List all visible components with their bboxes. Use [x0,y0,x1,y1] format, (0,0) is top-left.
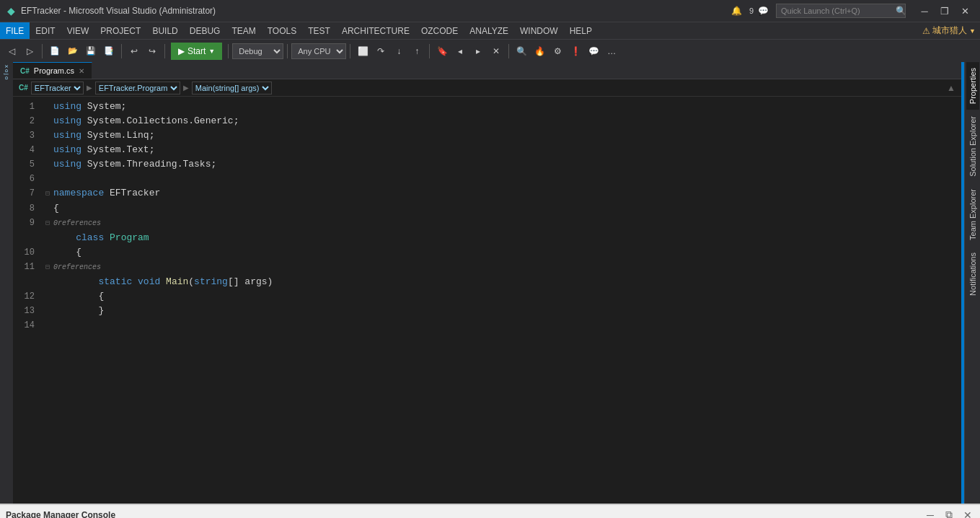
start-debug-button[interactable]: ▶ Start ▼ [171,43,222,60]
tab-close-button[interactable]: ✕ [79,67,84,75]
code-line-6: 6 [13,172,961,186]
tool5-button[interactable]: 💬 [585,43,602,60]
forward-button[interactable]: ▷ [21,43,38,60]
menu-file[interactable]: FILE [0,22,30,39]
toolbar-sep-5 [287,44,288,58]
breadcrumb-class-select[interactable]: EFTracker.Program [95,82,180,95]
toolbar-edit-group: ↩ ↪ [125,43,161,60]
scroll-up-button[interactable]: ▲ [947,83,955,93]
pm-close-button[interactable]: ✕ [961,509,974,519]
platform-select[interactable]: Any CPU x86 x64 [291,43,346,59]
program-cs-tab[interactable]: C# Program.cs ✕ [13,62,92,79]
menu-test[interactable]: TEST [302,22,336,39]
restore-button[interactable]: ❐ [937,3,953,19]
breakpoint-button[interactable]: ⬜ [354,43,371,60]
menu-project[interactable]: PROJECT [94,22,146,39]
menu-tools[interactable]: TOOLS [262,22,302,39]
menu-ozcode[interactable]: OZCODE [415,22,464,39]
left-gutter: x o j o [0,62,13,504]
sidebar-tab-notifications[interactable]: Notifications [966,247,979,302]
menu-edit[interactable]: EDIT [30,22,61,39]
main-layout: x o j o C# Program.cs ✕ C# EFTracker ▶ E… [0,62,980,504]
clear-bookmark-button[interactable]: ✕ [487,43,505,60]
redo-button[interactable]: ↪ [144,43,161,60]
toolbar: ◁ ▷ 📄 📂 💾 📑 ↩ ↪ ▶ Start ▼ Debug Release … [0,39,980,62]
minimize-button[interactable]: ─ [917,3,932,19]
close-button[interactable]: ✕ [957,3,973,19]
save-button[interactable]: 💾 [82,43,100,60]
warning-badge[interactable]: ⚠ 城市猎人 ▼ [918,25,980,37]
notification-icon[interactable]: 🔔 [731,6,742,16]
chat-icon[interactable]: 💬 [758,6,769,16]
menu-team[interactable]: TEAM [226,22,261,39]
toolbar-sep-8 [508,44,509,58]
breadcrumb-cs-icon: C# [19,84,28,92]
quick-launch-input[interactable]: Quick Launch (Ctrl+Q) [776,4,906,18]
tool4-button[interactable]: ❗ [567,43,584,60]
toolbox4-icon[interactable]: o [4,76,10,79]
toolbar-debug-group: ⬜ ↷ ↓ ↑ [354,43,425,60]
step-over-button[interactable]: ↷ [372,43,389,60]
right-sidebar: Properties Solution Explorer Team Explor… [964,62,980,504]
search-icon: 🔍 [896,6,906,16]
code-line-13: 13 } [13,304,961,318]
code-line-1: 1 using System; [13,100,961,114]
menu-bar: FILE EDIT VIEW PROJECT BUILD DEBUG TEAM … [0,22,980,39]
toolbox2-icon[interactable]: o [4,69,10,72]
code-line-14: 14 [13,318,961,333]
menu-build[interactable]: BUILD [146,22,183,39]
toolbar-sep-4 [228,44,229,58]
code-line-12: 12 { [13,289,961,304]
menu-debug[interactable]: DEBUG [184,22,226,39]
tool2-button[interactable]: 🔥 [531,43,548,60]
prev-bookmark-button[interactable]: ◂ [451,43,469,60]
save-all-button[interactable]: 📑 [100,43,118,60]
tool1-button[interactable]: 🔍 [513,43,530,60]
pm-float-button[interactable]: ⧉ [943,509,955,519]
step-in-button[interactable]: ↓ [390,43,407,60]
title-bar-controls: 🔔 9 💬 Quick Launch (Ctrl+Q) 🔍 ─ ❐ ✕ [731,3,973,19]
menu-view[interactable]: VIEW [61,22,95,39]
pm-minimize-button[interactable]: ─ [924,509,937,519]
collapse-btn-9[interactable]: ⊟ [42,216,53,231]
menu-analyze[interactable]: ANALYZE [464,22,514,39]
menu-window[interactable]: WINDOW [514,22,564,39]
collapse-btn-11[interactable]: ⊟ [42,260,53,275]
toolbar-sep-1 [42,44,43,58]
collapse-btn-7[interactable]: ⊟ [42,187,53,201]
toolbar-tools-group: 🔍 🔥 ⚙ ❗ 💬 … [513,43,620,60]
code-line-8: 8 { [13,201,961,216]
warning-icon: ⚠ [922,26,930,36]
code-line-3: 3 using System.Linq; [13,128,961,143]
editor-area: C# Program.cs ✕ C# EFTracker ▶ EFTracker… [13,62,961,504]
sidebar-tab-properties[interactable]: Properties [966,62,979,110]
tab-label: Program.cs [34,66,74,75]
sidebar-tab-team-explorer[interactable]: Team Explorer [966,183,979,246]
sidebar-tab-solution-explorer[interactable]: Solution Explorer [966,110,979,183]
tab-bar: C# Program.cs ✕ [13,62,961,79]
next-bookmark-button[interactable]: ▸ [469,43,487,60]
new-file-button[interactable]: 📄 [46,43,63,60]
configuration-select[interactable]: Debug Release [232,43,283,59]
step-out-button[interactable]: ↑ [408,43,425,60]
toolbar-sep-6 [350,44,350,58]
open-file-button[interactable]: 📂 [64,43,81,60]
toolbar-sep-7 [429,44,430,58]
code-editor[interactable]: 1 using System; 2 using System.Collectio… [13,97,961,504]
window-title: EFTracker - Microsoft Visual Studio (Adm… [21,6,216,16]
toolbox-icon[interactable]: x [4,65,10,68]
tool3-button[interactable]: ⚙ [549,43,566,60]
notification-count: 9 [749,6,754,15]
undo-button[interactable]: ↩ [125,43,143,60]
menu-help[interactable]: HELP [564,22,598,39]
play-icon: ▶ [178,46,185,56]
toolbar-file-group: 📄 📂 💾 📑 [46,43,118,60]
menu-architecture[interactable]: ARCHITECTURE [336,22,415,39]
tool6-button[interactable]: … [603,43,620,60]
toolbox3-icon[interactable]: j [4,74,10,75]
code-line-5: 5 using System.Threading.Tasks; [13,157,961,172]
back-button[interactable]: ◁ [3,43,20,60]
breadcrumb-method-select[interactable]: Main(string[] args) [192,82,272,95]
bookmark-button[interactable]: 🔖 [433,43,451,60]
breadcrumb-project-select[interactable]: EFTracker [31,82,84,95]
